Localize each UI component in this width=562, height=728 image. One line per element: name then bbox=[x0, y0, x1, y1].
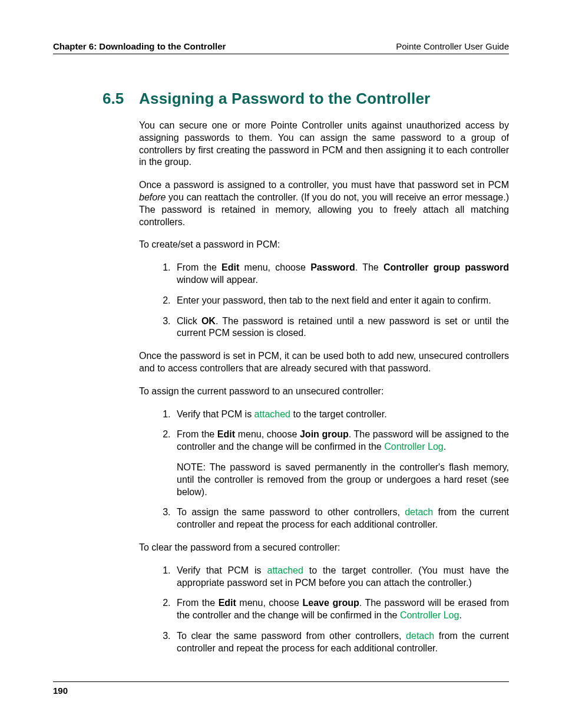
text: Click bbox=[177, 316, 201, 326]
paragraph: To create/set a password in PCM: bbox=[139, 239, 509, 251]
bold-text: Password bbox=[310, 262, 355, 272]
bold-text: Controller group password bbox=[384, 262, 509, 272]
steps-list-assign: Verify that PCM is attached to the targe… bbox=[139, 409, 509, 531]
list-item: To clear the same password from other co… bbox=[173, 630, 509, 655]
steps-list-create: From the Edit menu, choose Password. The… bbox=[139, 262, 509, 340]
list-item: To assign the same password to other con… bbox=[173, 506, 509, 531]
text: menu, choose bbox=[236, 598, 303, 608]
text: menu, choose bbox=[235, 429, 300, 439]
paragraph: Once the password is set in PCM, it can … bbox=[139, 350, 509, 375]
note-block: NOTE: The password is saved permanently … bbox=[177, 462, 509, 498]
text: To assign the same password to other con… bbox=[177, 507, 405, 517]
text: . bbox=[459, 610, 461, 620]
link-attached[interactable]: attached bbox=[254, 409, 290, 419]
text: Verify that PCM is bbox=[177, 409, 254, 419]
section-heading: 6.5 Assigning a Password to the Controll… bbox=[103, 90, 509, 108]
text: From the bbox=[177, 429, 217, 439]
text: . The bbox=[355, 262, 384, 272]
emphasis-text: before bbox=[139, 192, 166, 202]
list-item: From the Edit menu, choose Leave group. … bbox=[173, 597, 509, 622]
list-item: Click OK. The password is retained until… bbox=[173, 315, 509, 340]
running-header: Chapter 6: Downloading to the Controller… bbox=[53, 41, 509, 54]
link-detach[interactable]: detach bbox=[406, 631, 434, 641]
header-guide: Pointe Controller User Guide bbox=[396, 41, 509, 51]
text: . bbox=[444, 442, 446, 452]
text: to the target controller. bbox=[290, 409, 387, 419]
bold-text: OK bbox=[201, 316, 216, 326]
bold-text: Join group bbox=[300, 429, 349, 439]
text: Verify that PCM is bbox=[177, 565, 267, 575]
link-attached[interactable]: attached bbox=[267, 565, 303, 575]
header-chapter: Chapter 6: Downloading to the Controller bbox=[53, 41, 226, 51]
paragraph: To assign the current password to an uns… bbox=[139, 386, 509, 398]
page: Chapter 6: Downloading to the Controller… bbox=[0, 0, 562, 728]
link-controller-log[interactable]: Controller Log bbox=[384, 442, 444, 452]
bold-text: Edit bbox=[219, 598, 236, 608]
bold-text: Edit bbox=[217, 429, 235, 439]
text: menu, choose bbox=[239, 262, 310, 272]
section-number: 6.5 bbox=[103, 90, 139, 108]
bold-text: Leave group bbox=[302, 598, 359, 608]
paragraph: Once a password is assigned to a control… bbox=[139, 179, 509, 228]
text: Once a password is assigned to a control… bbox=[139, 180, 509, 190]
text: you can reattach the controller. (If you… bbox=[139, 192, 509, 227]
text: From the bbox=[177, 262, 222, 272]
bold-text: Edit bbox=[222, 262, 239, 272]
list-item: From the Edit menu, choose Join group. T… bbox=[173, 429, 509, 498]
steps-list-clear: Verify that PCM is attached to the targe… bbox=[139, 565, 509, 655]
text: . The password is retained until a new p… bbox=[177, 316, 509, 338]
paragraph: You can secure one or more Pointe Contro… bbox=[139, 120, 509, 169]
link-detach[interactable]: detach bbox=[405, 507, 433, 517]
text: window will appear. bbox=[177, 275, 258, 285]
paragraph: To clear the password from a secured con… bbox=[139, 542, 509, 554]
list-item: Verify that PCM is attached to the targe… bbox=[173, 409, 509, 421]
list-item: Enter your password, then tab to the nex… bbox=[173, 295, 509, 307]
text: From the bbox=[177, 598, 219, 608]
page-footer: 190 bbox=[53, 681, 509, 696]
link-controller-log[interactable]: Controller Log bbox=[400, 610, 459, 620]
text: To clear the same password from other co… bbox=[177, 631, 406, 641]
section-title: Assigning a Password to the Controller bbox=[139, 90, 430, 108]
list-item: Verify that PCM is attached to the targe… bbox=[173, 565, 509, 589]
body-content: You can secure one or more Pointe Contro… bbox=[139, 120, 509, 655]
page-number: 190 bbox=[53, 686, 68, 696]
list-item: From the Edit menu, choose Password. The… bbox=[173, 262, 509, 286]
